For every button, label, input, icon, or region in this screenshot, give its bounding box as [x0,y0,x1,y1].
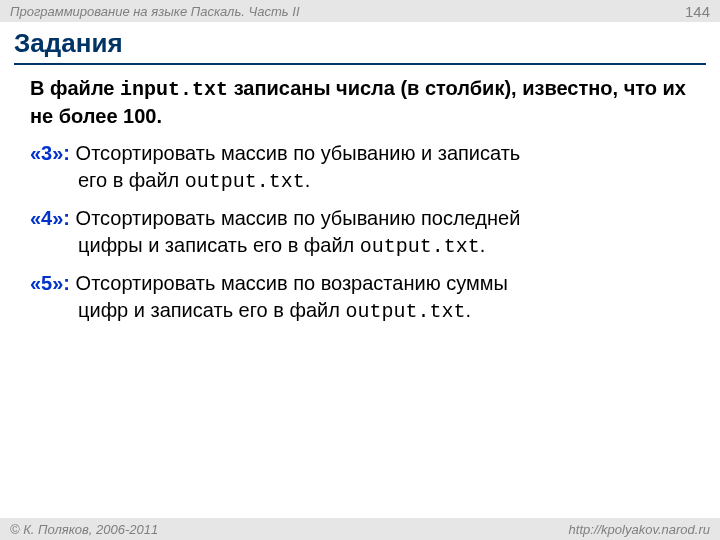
footer-url: http://kpolyakov.narod.ru [569,522,710,537]
task-5-label: «5»: [30,272,70,294]
task-4-line1: Отсортировать массив по убыванию последн… [70,207,520,229]
task-4-line2a: цифры и записать его в файл [78,234,360,256]
task-5-line2a: цифр и записать его в файл [78,299,345,321]
header-bar: Программирование на языке Паскаль. Часть… [0,0,720,22]
title-block: Задания [0,22,720,61]
task-5-line1: Отсортировать массив по возрастанию сумм… [70,272,508,294]
page-number: 144 [685,3,710,20]
copyright: © К. Поляков, 2006-2011 [10,522,158,537]
task-5: «5»: Отсортировать массив по возрастанию… [30,270,694,325]
task-4-line2b: . [480,234,486,256]
task-5-line2b: . [465,299,471,321]
task-5-file: output.txt [345,300,465,323]
task-3-line1: Отсортировать массив по убыванию и запис… [70,142,520,164]
task-3: «3»: Отсортировать массив по убыванию и … [30,140,694,195]
task-4-label: «4»: [30,207,70,229]
task-3-line2: его в файл output.txt. [30,167,694,195]
intro-part1: В файле [30,77,120,99]
task-4-file: output.txt [360,235,480,258]
task-4-line2: цифры и записать его в файл output.txt. [30,232,694,260]
task-5-line2: цифр и записать его в файл output.txt. [30,297,694,325]
task-3-file: output.txt [185,170,305,193]
content: В файле input.txt записаны числа (в стол… [0,65,720,325]
task-4: «4»: Отсортировать массив по убыванию по… [30,205,694,260]
course-title: Программирование на языке Паскаль. Часть… [10,4,300,19]
page-title: Задания [14,28,706,59]
intro-text: В файле input.txt записаны числа (в стол… [30,75,694,130]
task-3-label: «3»: [30,142,70,164]
footer-bar: © К. Поляков, 2006-2011 http://kpolyakov… [0,518,720,540]
task-3-line2b: . [305,169,311,191]
intro-file: input.txt [120,78,228,101]
task-3-line2a: его в файл [78,169,185,191]
